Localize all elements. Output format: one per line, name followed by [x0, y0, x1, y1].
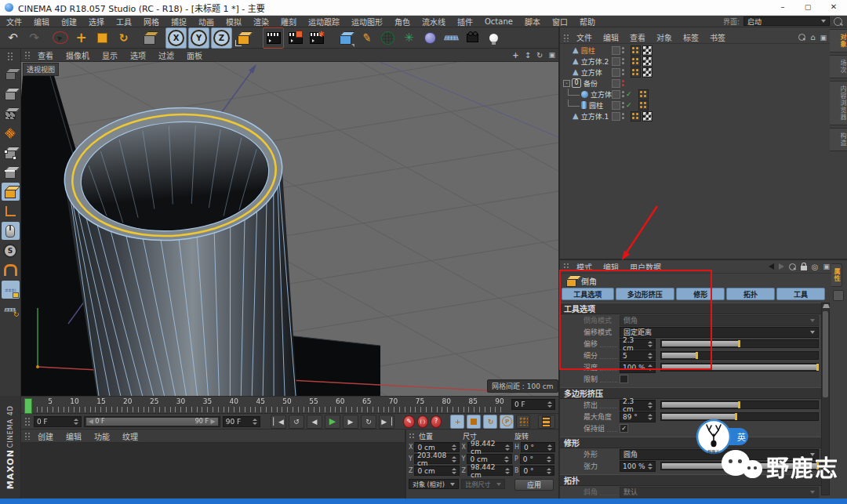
- layer-icon[interactable]: [612, 90, 620, 99]
- am-menu-item[interactable]: 模式: [575, 261, 594, 273]
- interface-dropdown[interactable]: 启动: [743, 16, 830, 26]
- rotate-tool[interactable]: ↻: [114, 28, 133, 48]
- search-icon[interactable]: [789, 263, 796, 270]
- live-selection-tool[interactable]: ➤: [50, 28, 70, 48]
- polygons-mode-button[interactable]: [2, 183, 20, 201]
- menu-item[interactable]: 捕捉: [169, 16, 188, 27]
- visibility-dots-off[interactable]: [622, 80, 624, 86]
- next-frame-button[interactable]: ▶: [343, 415, 358, 429]
- offset-mode-dropdown[interactable]: 固定距离: [620, 327, 819, 338]
- visibility-dots[interactable]: [622, 102, 624, 108]
- texture-mode-button[interactable]: [2, 104, 20, 122]
- menu-item[interactable]: 雕刻: [279, 16, 298, 27]
- uvw-tag-icon[interactable]: [642, 56, 653, 67]
- workplane-lock-button[interactable]: [2, 281, 20, 299]
- scroll-thumb[interactable]: [823, 311, 828, 397]
- panel-grip[interactable]: [24, 417, 31, 426]
- stepper-icon[interactable]: [645, 353, 653, 359]
- edges-mode-button[interactable]: [2, 163, 20, 181]
- spline-pen-button[interactable]: ✎: [357, 28, 376, 48]
- frame-range-slider[interactable]: ◀ 0 F 90 F ▶: [84, 416, 220, 427]
- apply-button[interactable]: 应用: [514, 479, 554, 491]
- material-menu-item[interactable]: 创建: [36, 430, 55, 442]
- rot-h-input[interactable]: 0 °: [521, 442, 555, 452]
- layer-icon[interactable]: [612, 79, 620, 88]
- tab-content-browser[interactable]: 内容浏览器: [830, 81, 847, 125]
- panel-grip[interactable]: [563, 34, 570, 42]
- offset-input[interactable]: 2.3 cm: [620, 339, 656, 350]
- visibility-dots[interactable]: [622, 58, 624, 64]
- menu-item[interactable]: 运动图形: [350, 16, 384, 27]
- key-position-toggle[interactable]: +: [450, 415, 464, 429]
- phong-tag-icon[interactable]: [631, 45, 641, 56]
- tab-attributes[interactable]: 属性: [831, 263, 842, 287]
- menu-item[interactable]: 模拟: [224, 16, 243, 27]
- visibility-dots[interactable]: [622, 47, 624, 53]
- viewport-solo-button[interactable]: [2, 222, 20, 240]
- prev-frame-button[interactable]: ◀: [307, 415, 322, 429]
- magnet-tool-button[interactable]: [2, 261, 20, 279]
- keyframe-selection-button[interactable]: ?: [431, 415, 442, 428]
- coordinate-system-button[interactable]: [234, 28, 253, 48]
- panel-grip[interactable]: [563, 263, 570, 270]
- bevel-mode-dropdown[interactable]: 倒角: [620, 315, 819, 326]
- menu-item[interactable]: 脚本: [523, 16, 542, 27]
- timeline-ruler-strip[interactable]: 051015202530354045505560657075808590 0 F: [21, 396, 558, 414]
- stepper-icon[interactable]: [645, 341, 653, 347]
- frame-icon[interactable]: ▣: [823, 263, 830, 270]
- minimize-button[interactable]: –: [770, 0, 795, 16]
- key-pla-toggle[interactable]: [516, 415, 530, 429]
- snap-settings-button[interactable]: S: [2, 241, 20, 259]
- scroll-up-icon[interactable]: [823, 304, 830, 308]
- phong-tag-icon[interactable]: [638, 89, 649, 100]
- tab-shaping[interactable]: 修形: [676, 288, 725, 300]
- object-row[interactable]: ▲ 立方体.2: [563, 56, 830, 67]
- layer-icon[interactable]: [612, 46, 620, 55]
- stepper-icon[interactable]: [645, 402, 653, 408]
- menu-item[interactable]: 角色: [393, 16, 412, 27]
- object-row[interactable]: 立方体 ✓: [563, 89, 830, 100]
- material-list-empty[interactable]: [21, 443, 405, 498]
- om-menu-item[interactable]: 对象: [655, 31, 674, 43]
- toggle-view-icon[interactable]: ▣: [548, 51, 555, 59]
- menu-item[interactable]: 动画: [197, 16, 216, 27]
- lock-icon[interactable]: [801, 266, 807, 270]
- coords-mode-dropdown[interactable]: 对象 (相对): [409, 479, 459, 489]
- search-icon[interactable]: [798, 34, 805, 41]
- size-mode-dropdown[interactable]: 比例尺寸: [461, 479, 505, 489]
- stepper-icon[interactable]: [645, 414, 653, 420]
- menu-item[interactable]: 帮助: [578, 16, 597, 27]
- material-menu-item[interactable]: 编辑: [64, 430, 83, 442]
- menu-item[interactable]: 文件: [5, 16, 24, 27]
- history-forward-icon[interactable]: [779, 263, 784, 270]
- object-row[interactable]: - 0 备份: [563, 78, 830, 89]
- close-button[interactable]: ✕: [820, 0, 847, 16]
- key-rotation-toggle[interactable]: ↻: [483, 415, 497, 429]
- subdivision-input[interactable]: 5: [620, 350, 656, 361]
- viewport-panel[interactable]: 查看摄像机显示选项过滤面板 + ↕ ↻ ▣ 透视视图: [21, 49, 558, 396]
- uvw-tag-icon[interactable]: [642, 67, 653, 78]
- uvw-tag-icon[interactable]: [642, 111, 653, 121]
- limit-checkbox[interactable]: [620, 375, 628, 383]
- panel-grip[interactable]: [409, 433, 416, 440]
- stepper-icon[interactable]: [645, 364, 653, 371]
- workplane-mode-button[interactable]: [2, 124, 20, 142]
- end-frame-input[interactable]: 90 F: [223, 416, 260, 427]
- redo-button[interactable]: ↷: [24, 28, 44, 48]
- pos-y-input[interactable]: 203.408 cm: [414, 454, 460, 464]
- uvw-tag-icon[interactable]: [642, 45, 653, 56]
- menu-item[interactable]: 运动跟踪: [307, 16, 341, 27]
- mograph-button[interactable]: ✳: [399, 28, 419, 48]
- object-row[interactable]: ▲ 圆柱: [563, 45, 830, 56]
- menu-item[interactable]: 流水线: [420, 16, 447, 27]
- om-menu-item[interactable]: 书签: [708, 31, 727, 43]
- tension-input[interactable]: 100 %: [620, 461, 656, 472]
- lock-x-axis-button[interactable]: X: [165, 27, 187, 49]
- history-back-icon[interactable]: [769, 263, 774, 270]
- tab-polygon-extrude[interactable]: 多边形挤压: [616, 288, 675, 300]
- menu-item[interactable]: 网格: [142, 16, 161, 27]
- tab-tool-options[interactable]: 工具选项: [562, 288, 614, 300]
- start-frame-input[interactable]: 0 F: [34, 416, 82, 427]
- om-menu-item[interactable]: 查看: [628, 31, 647, 43]
- menu-item[interactable]: Octane: [483, 17, 514, 26]
